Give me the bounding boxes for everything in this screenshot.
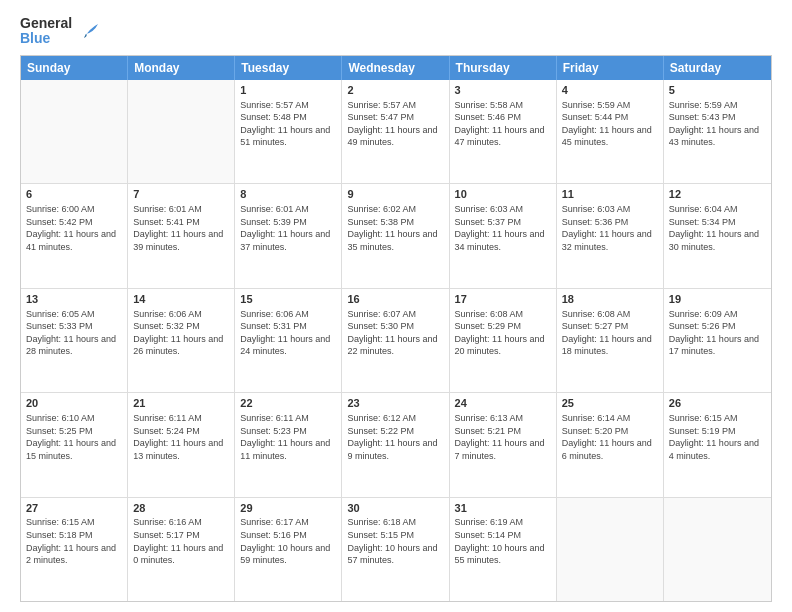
day-number: 1 bbox=[240, 83, 336, 98]
calendar-cell: 2Sunrise: 5:57 AMSunset: 5:47 PMDaylight… bbox=[342, 80, 449, 183]
cell-info: Sunrise: 5:59 AMSunset: 5:43 PMDaylight:… bbox=[669, 99, 766, 149]
calendar-cell: 29Sunrise: 6:17 AMSunset: 5:16 PMDayligh… bbox=[235, 498, 342, 601]
calendar-cell: 3Sunrise: 5:58 AMSunset: 5:46 PMDaylight… bbox=[450, 80, 557, 183]
calendar-cell: 6Sunrise: 6:00 AMSunset: 5:42 PMDaylight… bbox=[21, 184, 128, 287]
page-header: General Blue bbox=[20, 16, 772, 47]
calendar-body: 1Sunrise: 5:57 AMSunset: 5:48 PMDaylight… bbox=[21, 80, 771, 601]
day-number: 23 bbox=[347, 396, 443, 411]
calendar-row-1: 6Sunrise: 6:00 AMSunset: 5:42 PMDaylight… bbox=[21, 183, 771, 287]
calendar-cell: 8Sunrise: 6:01 AMSunset: 5:39 PMDaylight… bbox=[235, 184, 342, 287]
day-number: 10 bbox=[455, 187, 551, 202]
day-number: 12 bbox=[669, 187, 766, 202]
cell-info: Sunrise: 6:16 AMSunset: 5:17 PMDaylight:… bbox=[133, 516, 229, 566]
weekday-header-monday: Monday bbox=[128, 56, 235, 80]
cell-info: Sunrise: 6:03 AMSunset: 5:36 PMDaylight:… bbox=[562, 203, 658, 253]
calendar-row-3: 20Sunrise: 6:10 AMSunset: 5:25 PMDayligh… bbox=[21, 392, 771, 496]
calendar-cell: 9Sunrise: 6:02 AMSunset: 5:38 PMDaylight… bbox=[342, 184, 449, 287]
day-number: 11 bbox=[562, 187, 658, 202]
calendar: SundayMondayTuesdayWednesdayThursdayFrid… bbox=[20, 55, 772, 602]
cell-info: Sunrise: 6:10 AMSunset: 5:25 PMDaylight:… bbox=[26, 412, 122, 462]
cell-info: Sunrise: 6:00 AMSunset: 5:42 PMDaylight:… bbox=[26, 203, 122, 253]
day-number: 31 bbox=[455, 501, 551, 516]
calendar-cell: 5Sunrise: 5:59 AMSunset: 5:43 PMDaylight… bbox=[664, 80, 771, 183]
day-number: 15 bbox=[240, 292, 336, 307]
calendar-cell bbox=[21, 80, 128, 183]
cell-info: Sunrise: 6:05 AMSunset: 5:33 PMDaylight:… bbox=[26, 308, 122, 358]
day-number: 8 bbox=[240, 187, 336, 202]
calendar-cell: 26Sunrise: 6:15 AMSunset: 5:19 PMDayligh… bbox=[664, 393, 771, 496]
cell-info: Sunrise: 6:03 AMSunset: 5:37 PMDaylight:… bbox=[455, 203, 551, 253]
day-number: 2 bbox=[347, 83, 443, 98]
logo-general: General bbox=[20, 16, 72, 31]
day-number: 28 bbox=[133, 501, 229, 516]
day-number: 20 bbox=[26, 396, 122, 411]
cell-info: Sunrise: 5:59 AMSunset: 5:44 PMDaylight:… bbox=[562, 99, 658, 149]
cell-info: Sunrise: 6:15 AMSunset: 5:18 PMDaylight:… bbox=[26, 516, 122, 566]
cell-info: Sunrise: 6:09 AMSunset: 5:26 PMDaylight:… bbox=[669, 308, 766, 358]
calendar-row-4: 27Sunrise: 6:15 AMSunset: 5:18 PMDayligh… bbox=[21, 497, 771, 601]
cell-info: Sunrise: 6:13 AMSunset: 5:21 PMDaylight:… bbox=[455, 412, 551, 462]
calendar-cell: 15Sunrise: 6:06 AMSunset: 5:31 PMDayligh… bbox=[235, 289, 342, 392]
weekday-header-friday: Friday bbox=[557, 56, 664, 80]
logo-blue: Blue bbox=[20, 31, 72, 46]
day-number: 26 bbox=[669, 396, 766, 411]
calendar-cell: 28Sunrise: 6:16 AMSunset: 5:17 PMDayligh… bbox=[128, 498, 235, 601]
day-number: 29 bbox=[240, 501, 336, 516]
calendar-cell: 1Sunrise: 5:57 AMSunset: 5:48 PMDaylight… bbox=[235, 80, 342, 183]
calendar-cell: 12Sunrise: 6:04 AMSunset: 5:34 PMDayligh… bbox=[664, 184, 771, 287]
calendar-cell: 19Sunrise: 6:09 AMSunset: 5:26 PMDayligh… bbox=[664, 289, 771, 392]
weekday-header-tuesday: Tuesday bbox=[235, 56, 342, 80]
cell-info: Sunrise: 6:02 AMSunset: 5:38 PMDaylight:… bbox=[347, 203, 443, 253]
cell-info: Sunrise: 6:01 AMSunset: 5:41 PMDaylight:… bbox=[133, 203, 229, 253]
day-number: 27 bbox=[26, 501, 122, 516]
day-number: 25 bbox=[562, 396, 658, 411]
cell-info: Sunrise: 5:57 AMSunset: 5:48 PMDaylight:… bbox=[240, 99, 336, 149]
calendar-cell bbox=[557, 498, 664, 601]
weekday-header-saturday: Saturday bbox=[664, 56, 771, 80]
day-number: 17 bbox=[455, 292, 551, 307]
calendar-cell: 27Sunrise: 6:15 AMSunset: 5:18 PMDayligh… bbox=[21, 498, 128, 601]
cell-info: Sunrise: 6:19 AMSunset: 5:14 PMDaylight:… bbox=[455, 516, 551, 566]
calendar-cell: 31Sunrise: 6:19 AMSunset: 5:14 PMDayligh… bbox=[450, 498, 557, 601]
cell-info: Sunrise: 6:06 AMSunset: 5:32 PMDaylight:… bbox=[133, 308, 229, 358]
day-number: 5 bbox=[669, 83, 766, 98]
day-number: 7 bbox=[133, 187, 229, 202]
day-number: 9 bbox=[347, 187, 443, 202]
cell-info: Sunrise: 6:01 AMSunset: 5:39 PMDaylight:… bbox=[240, 203, 336, 253]
cell-info: Sunrise: 6:08 AMSunset: 5:29 PMDaylight:… bbox=[455, 308, 551, 358]
cell-info: Sunrise: 6:18 AMSunset: 5:15 PMDaylight:… bbox=[347, 516, 443, 566]
calendar-cell: 7Sunrise: 6:01 AMSunset: 5:41 PMDaylight… bbox=[128, 184, 235, 287]
cell-info: Sunrise: 6:06 AMSunset: 5:31 PMDaylight:… bbox=[240, 308, 336, 358]
weekday-header-sunday: Sunday bbox=[21, 56, 128, 80]
logo-wordmark: General Blue bbox=[20, 16, 72, 47]
calendar-row-2: 13Sunrise: 6:05 AMSunset: 5:33 PMDayligh… bbox=[21, 288, 771, 392]
weekday-header-wednesday: Wednesday bbox=[342, 56, 449, 80]
calendar-cell: 17Sunrise: 6:08 AMSunset: 5:29 PMDayligh… bbox=[450, 289, 557, 392]
calendar-cell: 18Sunrise: 6:08 AMSunset: 5:27 PMDayligh… bbox=[557, 289, 664, 392]
calendar-cell bbox=[664, 498, 771, 601]
calendar-header: SundayMondayTuesdayWednesdayThursdayFrid… bbox=[21, 56, 771, 80]
calendar-cell: 21Sunrise: 6:11 AMSunset: 5:24 PMDayligh… bbox=[128, 393, 235, 496]
calendar-cell: 20Sunrise: 6:10 AMSunset: 5:25 PMDayligh… bbox=[21, 393, 128, 496]
calendar-cell bbox=[128, 80, 235, 183]
cell-info: Sunrise: 6:17 AMSunset: 5:16 PMDaylight:… bbox=[240, 516, 336, 566]
calendar-cell: 25Sunrise: 6:14 AMSunset: 5:20 PMDayligh… bbox=[557, 393, 664, 496]
cell-info: Sunrise: 5:58 AMSunset: 5:46 PMDaylight:… bbox=[455, 99, 551, 149]
day-number: 24 bbox=[455, 396, 551, 411]
cell-info: Sunrise: 6:14 AMSunset: 5:20 PMDaylight:… bbox=[562, 412, 658, 462]
day-number: 3 bbox=[455, 83, 551, 98]
cell-info: Sunrise: 6:07 AMSunset: 5:30 PMDaylight:… bbox=[347, 308, 443, 358]
weekday-header-thursday: Thursday bbox=[450, 56, 557, 80]
calendar-cell: 23Sunrise: 6:12 AMSunset: 5:22 PMDayligh… bbox=[342, 393, 449, 496]
cell-info: Sunrise: 6:08 AMSunset: 5:27 PMDaylight:… bbox=[562, 308, 658, 358]
calendar-cell: 16Sunrise: 6:07 AMSunset: 5:30 PMDayligh… bbox=[342, 289, 449, 392]
cell-info: Sunrise: 5:57 AMSunset: 5:47 PMDaylight:… bbox=[347, 99, 443, 149]
calendar-cell: 30Sunrise: 6:18 AMSunset: 5:15 PMDayligh… bbox=[342, 498, 449, 601]
calendar-cell: 10Sunrise: 6:03 AMSunset: 5:37 PMDayligh… bbox=[450, 184, 557, 287]
calendar-cell: 11Sunrise: 6:03 AMSunset: 5:36 PMDayligh… bbox=[557, 184, 664, 287]
logo: General Blue bbox=[20, 16, 98, 47]
day-number: 22 bbox=[240, 396, 336, 411]
calendar-row-0: 1Sunrise: 5:57 AMSunset: 5:48 PMDaylight… bbox=[21, 80, 771, 183]
day-number: 6 bbox=[26, 187, 122, 202]
calendar-cell: 4Sunrise: 5:59 AMSunset: 5:44 PMDaylight… bbox=[557, 80, 664, 183]
